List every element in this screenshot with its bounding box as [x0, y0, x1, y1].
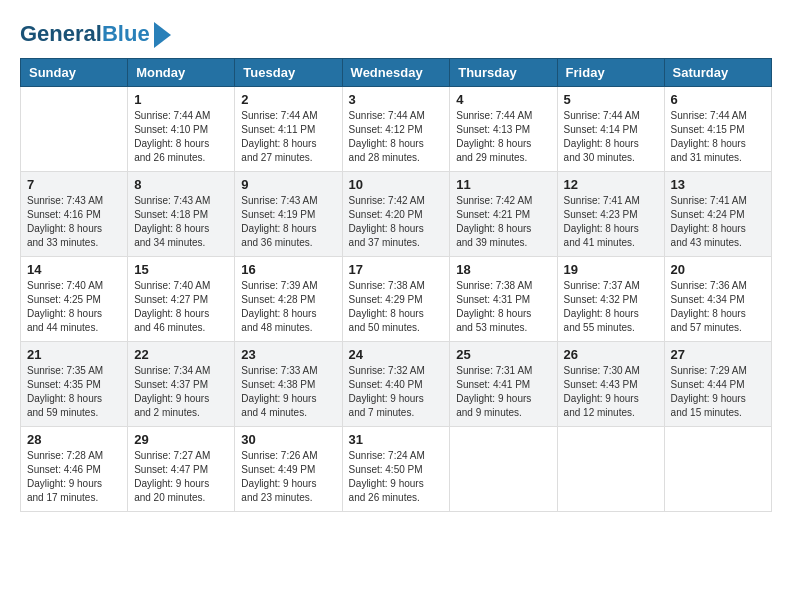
day-number: 13: [671, 177, 765, 192]
calendar-cell: 31Sunrise: 7:24 AM Sunset: 4:50 PM Dayli…: [342, 427, 450, 512]
calendar-cell: 21Sunrise: 7:35 AM Sunset: 4:35 PM Dayli…: [21, 342, 128, 427]
calendar-cell: 9Sunrise: 7:43 AM Sunset: 4:19 PM Daylig…: [235, 172, 342, 257]
calendar-cell: 20Sunrise: 7:36 AM Sunset: 4:34 PM Dayli…: [664, 257, 771, 342]
logo-arrow-icon: [154, 22, 171, 48]
calendar-cell: 28Sunrise: 7:28 AM Sunset: 4:46 PM Dayli…: [21, 427, 128, 512]
calendar-cell: 13Sunrise: 7:41 AM Sunset: 4:24 PM Dayli…: [664, 172, 771, 257]
day-header-thursday: Thursday: [450, 59, 557, 87]
day-number: 24: [349, 347, 444, 362]
day-info: Sunrise: 7:32 AM Sunset: 4:40 PM Dayligh…: [349, 364, 444, 420]
day-info: Sunrise: 7:38 AM Sunset: 4:29 PM Dayligh…: [349, 279, 444, 335]
day-number: 18: [456, 262, 550, 277]
day-info: Sunrise: 7:29 AM Sunset: 4:44 PM Dayligh…: [671, 364, 765, 420]
day-header-friday: Friday: [557, 59, 664, 87]
day-info: Sunrise: 7:41 AM Sunset: 4:24 PM Dayligh…: [671, 194, 765, 250]
day-info: Sunrise: 7:44 AM Sunset: 4:11 PM Dayligh…: [241, 109, 335, 165]
day-number: 5: [564, 92, 658, 107]
calendar-cell: 23Sunrise: 7:33 AM Sunset: 4:38 PM Dayli…: [235, 342, 342, 427]
day-number: 19: [564, 262, 658, 277]
calendar-cell: 5Sunrise: 7:44 AM Sunset: 4:14 PM Daylig…: [557, 87, 664, 172]
calendar-week-row: 1Sunrise: 7:44 AM Sunset: 4:10 PM Daylig…: [21, 87, 772, 172]
day-number: 20: [671, 262, 765, 277]
calendar-week-row: 21Sunrise: 7:35 AM Sunset: 4:35 PM Dayli…: [21, 342, 772, 427]
day-info: Sunrise: 7:37 AM Sunset: 4:32 PM Dayligh…: [564, 279, 658, 335]
day-info: Sunrise: 7:40 AM Sunset: 4:25 PM Dayligh…: [27, 279, 121, 335]
day-info: Sunrise: 7:42 AM Sunset: 4:20 PM Dayligh…: [349, 194, 444, 250]
day-number: 30: [241, 432, 335, 447]
day-info: Sunrise: 7:27 AM Sunset: 4:47 PM Dayligh…: [134, 449, 228, 505]
calendar-cell: 15Sunrise: 7:40 AM Sunset: 4:27 PM Dayli…: [128, 257, 235, 342]
day-info: Sunrise: 7:40 AM Sunset: 4:27 PM Dayligh…: [134, 279, 228, 335]
day-header-monday: Monday: [128, 59, 235, 87]
calendar-cell: 4Sunrise: 7:44 AM Sunset: 4:13 PM Daylig…: [450, 87, 557, 172]
day-info: Sunrise: 7:38 AM Sunset: 4:31 PM Dayligh…: [456, 279, 550, 335]
day-number: 2: [241, 92, 335, 107]
day-info: Sunrise: 7:44 AM Sunset: 4:15 PM Dayligh…: [671, 109, 765, 165]
calendar-cell: 10Sunrise: 7:42 AM Sunset: 4:20 PM Dayli…: [342, 172, 450, 257]
day-info: Sunrise: 7:28 AM Sunset: 4:46 PM Dayligh…: [27, 449, 121, 505]
calendar-cell: 25Sunrise: 7:31 AM Sunset: 4:41 PM Dayli…: [450, 342, 557, 427]
day-number: 31: [349, 432, 444, 447]
calendar-cell: [450, 427, 557, 512]
calendar-cell: 7Sunrise: 7:43 AM Sunset: 4:16 PM Daylig…: [21, 172, 128, 257]
calendar-cell: 18Sunrise: 7:38 AM Sunset: 4:31 PM Dayli…: [450, 257, 557, 342]
logo-text: GeneralBlue: [20, 22, 150, 46]
calendar-cell: 11Sunrise: 7:42 AM Sunset: 4:21 PM Dayli…: [450, 172, 557, 257]
calendar-cell: 8Sunrise: 7:43 AM Sunset: 4:18 PM Daylig…: [128, 172, 235, 257]
day-info: Sunrise: 7:30 AM Sunset: 4:43 PM Dayligh…: [564, 364, 658, 420]
day-info: Sunrise: 7:44 AM Sunset: 4:14 PM Dayligh…: [564, 109, 658, 165]
day-header-wednesday: Wednesday: [342, 59, 450, 87]
day-number: 12: [564, 177, 658, 192]
day-number: 17: [349, 262, 444, 277]
calendar-cell: 1Sunrise: 7:44 AM Sunset: 4:10 PM Daylig…: [128, 87, 235, 172]
calendar-cell: 27Sunrise: 7:29 AM Sunset: 4:44 PM Dayli…: [664, 342, 771, 427]
day-info: Sunrise: 7:44 AM Sunset: 4:12 PM Dayligh…: [349, 109, 444, 165]
day-number: 29: [134, 432, 228, 447]
day-number: 28: [27, 432, 121, 447]
day-info: Sunrise: 7:39 AM Sunset: 4:28 PM Dayligh…: [241, 279, 335, 335]
calendar-cell: [21, 87, 128, 172]
day-header-tuesday: Tuesday: [235, 59, 342, 87]
calendar-cell: 2Sunrise: 7:44 AM Sunset: 4:11 PM Daylig…: [235, 87, 342, 172]
day-number: 25: [456, 347, 550, 362]
calendar-cell: [664, 427, 771, 512]
day-number: 21: [27, 347, 121, 362]
calendar-cell: 16Sunrise: 7:39 AM Sunset: 4:28 PM Dayli…: [235, 257, 342, 342]
day-number: 6: [671, 92, 765, 107]
calendar-week-row: 28Sunrise: 7:28 AM Sunset: 4:46 PM Dayli…: [21, 427, 772, 512]
day-info: Sunrise: 7:41 AM Sunset: 4:23 PM Dayligh…: [564, 194, 658, 250]
day-number: 16: [241, 262, 335, 277]
day-info: Sunrise: 7:44 AM Sunset: 4:10 PM Dayligh…: [134, 109, 228, 165]
day-number: 11: [456, 177, 550, 192]
calendar-cell: 22Sunrise: 7:34 AM Sunset: 4:37 PM Dayli…: [128, 342, 235, 427]
logo: GeneralBlue: [20, 20, 171, 48]
day-number: 14: [27, 262, 121, 277]
calendar-cell: 6Sunrise: 7:44 AM Sunset: 4:15 PM Daylig…: [664, 87, 771, 172]
day-number: 23: [241, 347, 335, 362]
day-info: Sunrise: 7:34 AM Sunset: 4:37 PM Dayligh…: [134, 364, 228, 420]
calendar-cell: 29Sunrise: 7:27 AM Sunset: 4:47 PM Dayli…: [128, 427, 235, 512]
day-number: 1: [134, 92, 228, 107]
day-info: Sunrise: 7:24 AM Sunset: 4:50 PM Dayligh…: [349, 449, 444, 505]
day-number: 27: [671, 347, 765, 362]
calendar-week-row: 14Sunrise: 7:40 AM Sunset: 4:25 PM Dayli…: [21, 257, 772, 342]
day-info: Sunrise: 7:26 AM Sunset: 4:49 PM Dayligh…: [241, 449, 335, 505]
calendar-header-row: SundayMondayTuesdayWednesdayThursdayFrid…: [21, 59, 772, 87]
day-info: Sunrise: 7:42 AM Sunset: 4:21 PM Dayligh…: [456, 194, 550, 250]
calendar-cell: 14Sunrise: 7:40 AM Sunset: 4:25 PM Dayli…: [21, 257, 128, 342]
day-info: Sunrise: 7:44 AM Sunset: 4:13 PM Dayligh…: [456, 109, 550, 165]
day-info: Sunrise: 7:36 AM Sunset: 4:34 PM Dayligh…: [671, 279, 765, 335]
calendar-cell: 19Sunrise: 7:37 AM Sunset: 4:32 PM Dayli…: [557, 257, 664, 342]
day-number: 8: [134, 177, 228, 192]
day-number: 7: [27, 177, 121, 192]
day-number: 15: [134, 262, 228, 277]
day-info: Sunrise: 7:31 AM Sunset: 4:41 PM Dayligh…: [456, 364, 550, 420]
calendar-cell: 3Sunrise: 7:44 AM Sunset: 4:12 PM Daylig…: [342, 87, 450, 172]
calendar-table: SundayMondayTuesdayWednesdayThursdayFrid…: [20, 58, 772, 512]
calendar-cell: [557, 427, 664, 512]
day-info: Sunrise: 7:35 AM Sunset: 4:35 PM Dayligh…: [27, 364, 121, 420]
day-number: 26: [564, 347, 658, 362]
calendar-week-row: 7Sunrise: 7:43 AM Sunset: 4:16 PM Daylig…: [21, 172, 772, 257]
day-info: Sunrise: 7:43 AM Sunset: 4:16 PM Dayligh…: [27, 194, 121, 250]
day-info: Sunrise: 7:33 AM Sunset: 4:38 PM Dayligh…: [241, 364, 335, 420]
